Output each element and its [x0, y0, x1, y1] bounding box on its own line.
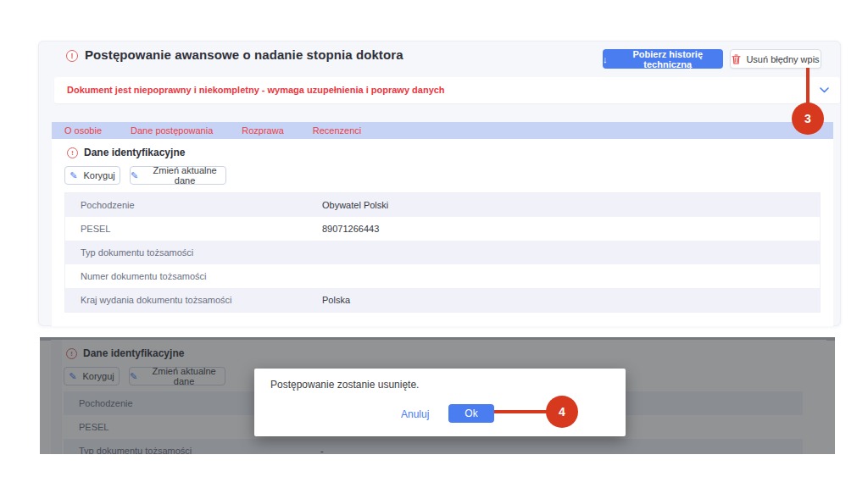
change-current-data-button[interactable]: ✎ Zmień aktualne dane: [130, 166, 226, 185]
validation-alert: Dokument jest niepoprawny i niekompletny…: [54, 77, 840, 103]
delete-entry-button[interactable]: Usuń błędny wpis: [730, 49, 821, 69]
page-title: Postępowanie awansowe o nadanie stopnia …: [85, 47, 403, 62]
download-icon: ↓: [603, 54, 608, 64]
pencil-icon: ✎: [131, 171, 138, 180]
tab-recenzenci[interactable]: Recenzenci: [313, 125, 361, 136]
callout-step-3: 3: [792, 103, 824, 135]
row-value: 89071266443: [322, 224, 379, 234]
tab-o-osobie[interactable]: O osobie: [64, 125, 102, 136]
correct-button[interactable]: ✎ Koryguj: [64, 166, 120, 185]
callout-line: [494, 410, 548, 413]
chevron-down-icon: [820, 87, 829, 93]
table-row: PESEL 89071266443: [65, 217, 820, 241]
ok-button[interactable]: Ok: [448, 404, 494, 423]
download-button-label: Pobierz historię techniczną: [613, 49, 724, 69]
callout-line: [806, 68, 810, 105]
row-label: PESEL: [81, 224, 110, 234]
alert-message: Dokument jest niepoprawny i niekompletny…: [67, 85, 445, 95]
section-heading: Dane identyfikacyjne: [84, 147, 185, 158]
identification-table: Pochodzenie Obywatel Polski PESEL 890712…: [64, 192, 821, 313]
delete-button-label: Usuń błędny wpis: [746, 54, 819, 64]
dimmed-confirmation-panel: ! Dane identyfikacyjne ✎ Koryguj ✎ Zmień…: [40, 337, 835, 454]
row-label: Typ dokumentu tożsamości: [81, 247, 193, 258]
row-label: Pochodzenie: [81, 200, 135, 210]
callout-step-4: 4: [546, 396, 578, 428]
download-history-button[interactable]: ↓ Pobierz historię techniczną: [603, 49, 723, 69]
procedure-panel: ! Postępowanie awansowe o nadanie stopni…: [38, 41, 841, 326]
row-label: Numer dokumentu tożsamości: [81, 271, 207, 281]
error-icon: !: [67, 147, 78, 158]
pencil-icon: ✎: [70, 171, 77, 180]
table-row: Kraj wydania dokumentu tożsamości Polska: [65, 288, 820, 312]
identification-card: ! Dane identyfikacyjne ✎ Koryguj ✎ Zmień…: [52, 139, 833, 326]
section-tabs: O osobie Dane postępowania Rozprawa Rece…: [52, 122, 833, 139]
trash-icon: [732, 54, 741, 64]
tab-dane-postepowania[interactable]: Dane postępowania: [131, 125, 213, 136]
change-button-label: Zmień aktualne dane: [144, 165, 225, 186]
correct-button-label: Koryguj: [83, 170, 114, 180]
row-value: Obywatel Polski: [322, 200, 388, 210]
tab-rozprawa[interactable]: Rozprawa: [242, 125, 284, 136]
alert-expand-toggle[interactable]: [808, 77, 840, 103]
error-icon: !: [66, 50, 78, 62]
dialog-message: Postępowanie zostanie usunięte.: [270, 379, 419, 391]
row-label: Kraj wydania dokumentu tożsamości: [81, 295, 232, 305]
row-value: Polska: [322, 295, 350, 305]
table-row: Typ dokumentu tożsamości: [65, 241, 820, 264]
table-row: Pochodzenie Obywatel Polski: [65, 193, 820, 217]
cancel-button[interactable]: Anuluj: [401, 408, 429, 420]
table-row: Numer dokumentu tożsamości: [65, 264, 820, 288]
